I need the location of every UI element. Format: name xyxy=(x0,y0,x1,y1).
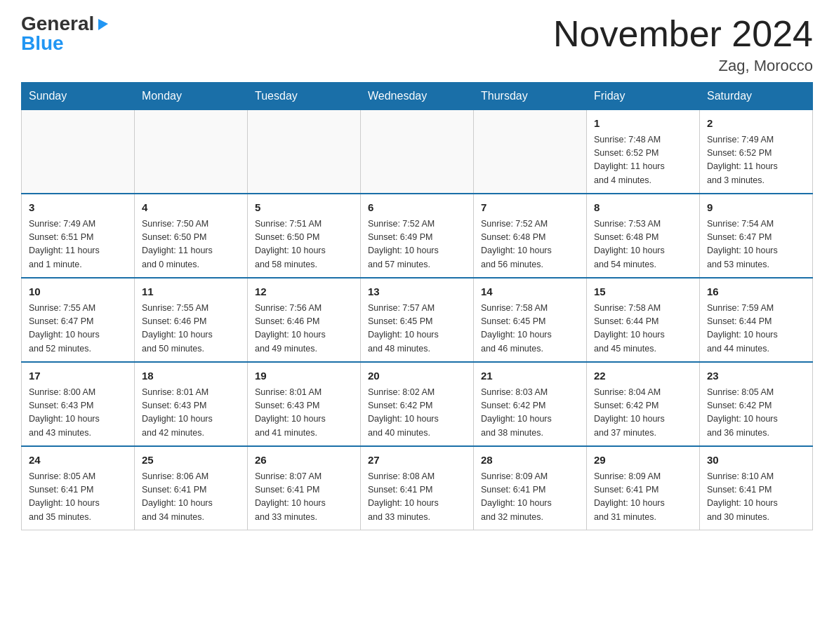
calendar-day-cell: 4Sunrise: 7:50 AM Sunset: 6:50 PM Daylig… xyxy=(135,194,248,278)
calendar-day-cell xyxy=(248,110,361,194)
day-info: Sunrise: 8:09 AM Sunset: 6:41 PM Dayligh… xyxy=(594,470,692,525)
day-number: 19 xyxy=(255,368,353,384)
calendar-day-cell: 22Sunrise: 8:04 AM Sunset: 6:42 PM Dayli… xyxy=(587,362,700,446)
day-number: 30 xyxy=(707,452,805,469)
day-info: Sunrise: 7:52 AM Sunset: 6:49 PM Dayligh… xyxy=(368,217,466,272)
day-info: Sunrise: 8:00 AM Sunset: 6:43 PM Dayligh… xyxy=(29,386,127,441)
day-number: 18 xyxy=(142,368,240,384)
title-section: November 2024 Zag, Morocco xyxy=(553,14,813,75)
day-info: Sunrise: 8:07 AM Sunset: 6:41 PM Dayligh… xyxy=(255,470,353,525)
calendar-day-cell xyxy=(22,110,135,194)
day-number: 7 xyxy=(481,200,579,216)
day-info: Sunrise: 7:55 AM Sunset: 6:46 PM Dayligh… xyxy=(142,302,240,356)
day-info: Sunrise: 7:50 AM Sunset: 6:50 PM Dayligh… xyxy=(142,217,240,272)
calendar-day-cell: 24Sunrise: 8:05 AM Sunset: 6:41 PM Dayli… xyxy=(22,446,135,530)
day-number: 28 xyxy=(481,452,579,469)
logo-triangle-icon xyxy=(95,16,111,32)
calendar-day-cell: 8Sunrise: 7:53 AM Sunset: 6:48 PM Daylig… xyxy=(587,194,700,278)
logo: General Blue xyxy=(21,14,111,53)
calendar-day-cell xyxy=(474,110,587,194)
day-info: Sunrise: 8:09 AM Sunset: 6:41 PM Dayligh… xyxy=(481,470,579,525)
calendar-day-cell: 3Sunrise: 7:49 AM Sunset: 6:51 PM Daylig… xyxy=(22,194,135,278)
calendar-day-cell: 26Sunrise: 8:07 AM Sunset: 6:41 PM Dayli… xyxy=(248,446,361,530)
calendar-week-row: 17Sunrise: 8:00 AM Sunset: 6:43 PM Dayli… xyxy=(22,362,813,446)
day-info: Sunrise: 8:06 AM Sunset: 6:41 PM Dayligh… xyxy=(142,470,240,525)
weekday-header-friday: Friday xyxy=(587,83,700,110)
svg-marker-0 xyxy=(98,19,108,30)
calendar-day-cell: 28Sunrise: 8:09 AM Sunset: 6:41 PM Dayli… xyxy=(474,446,587,530)
day-number: 24 xyxy=(29,452,127,469)
day-info: Sunrise: 8:08 AM Sunset: 6:41 PM Dayligh… xyxy=(368,470,466,525)
page-header: General Blue November 2024 Zag, Morocco xyxy=(21,14,813,75)
day-info: Sunrise: 7:52 AM Sunset: 6:48 PM Dayligh… xyxy=(481,217,579,272)
day-number: 25 xyxy=(142,452,240,469)
calendar-day-cell xyxy=(135,110,248,194)
day-info: Sunrise: 8:05 AM Sunset: 6:41 PM Dayligh… xyxy=(29,470,127,525)
calendar-day-cell: 19Sunrise: 8:01 AM Sunset: 6:43 PM Dayli… xyxy=(248,362,361,446)
day-number: 27 xyxy=(368,452,466,469)
day-number: 3 xyxy=(29,200,127,216)
day-number: 4 xyxy=(142,200,240,216)
day-info: Sunrise: 8:04 AM Sunset: 6:42 PM Dayligh… xyxy=(594,386,692,441)
day-number: 2 xyxy=(707,116,805,132)
weekday-header-monday: Monday xyxy=(135,83,248,110)
calendar-week-row: 10Sunrise: 7:55 AM Sunset: 6:47 PM Dayli… xyxy=(22,278,813,362)
day-info: Sunrise: 8:01 AM Sunset: 6:43 PM Dayligh… xyxy=(142,386,240,441)
calendar-day-cell: 11Sunrise: 7:55 AM Sunset: 6:46 PM Dayli… xyxy=(135,278,248,362)
day-number: 6 xyxy=(368,200,466,216)
day-info: Sunrise: 7:58 AM Sunset: 6:45 PM Dayligh… xyxy=(481,302,579,356)
calendar-week-row: 3Sunrise: 7:49 AM Sunset: 6:51 PM Daylig… xyxy=(22,194,813,278)
weekday-header-thursday: Thursday xyxy=(474,83,587,110)
day-info: Sunrise: 8:10 AM Sunset: 6:41 PM Dayligh… xyxy=(707,470,805,525)
day-info: Sunrise: 7:49 AM Sunset: 6:51 PM Dayligh… xyxy=(29,217,127,272)
day-info: Sunrise: 7:54 AM Sunset: 6:47 PM Dayligh… xyxy=(707,217,805,272)
day-number: 14 xyxy=(481,284,579,300)
weekday-header-row: SundayMondayTuesdayWednesdayThursdayFrid… xyxy=(22,83,813,110)
calendar-day-cell: 14Sunrise: 7:58 AM Sunset: 6:45 PM Dayli… xyxy=(474,278,587,362)
calendar-day-cell: 6Sunrise: 7:52 AM Sunset: 6:49 PM Daylig… xyxy=(361,194,474,278)
calendar-day-cell: 5Sunrise: 7:51 AM Sunset: 6:50 PM Daylig… xyxy=(248,194,361,278)
calendar-day-cell xyxy=(361,110,474,194)
logo-blue: Blue xyxy=(21,34,64,53)
calendar-day-cell: 21Sunrise: 8:03 AM Sunset: 6:42 PM Dayli… xyxy=(474,362,587,446)
calendar-day-cell: 25Sunrise: 8:06 AM Sunset: 6:41 PM Dayli… xyxy=(135,446,248,530)
calendar-week-row: 1Sunrise: 7:48 AM Sunset: 6:52 PM Daylig… xyxy=(22,110,813,194)
day-info: Sunrise: 8:01 AM Sunset: 6:43 PM Dayligh… xyxy=(255,386,353,441)
day-info: Sunrise: 7:57 AM Sunset: 6:45 PM Dayligh… xyxy=(368,302,466,356)
day-number: 17 xyxy=(29,368,127,384)
calendar-week-row: 24Sunrise: 8:05 AM Sunset: 6:41 PM Dayli… xyxy=(22,446,813,530)
day-info: Sunrise: 8:03 AM Sunset: 6:42 PM Dayligh… xyxy=(481,386,579,441)
weekday-header-tuesday: Tuesday xyxy=(248,83,361,110)
calendar-day-cell: 2Sunrise: 7:49 AM Sunset: 6:52 PM Daylig… xyxy=(700,110,813,194)
day-number: 12 xyxy=(255,284,353,300)
day-info: Sunrise: 7:58 AM Sunset: 6:44 PM Dayligh… xyxy=(594,302,692,356)
month-title: November 2024 xyxy=(553,14,813,54)
day-info: Sunrise: 7:53 AM Sunset: 6:48 PM Dayligh… xyxy=(594,217,692,272)
calendar-day-cell: 16Sunrise: 7:59 AM Sunset: 6:44 PM Dayli… xyxy=(700,278,813,362)
calendar-day-cell: 27Sunrise: 8:08 AM Sunset: 6:41 PM Dayli… xyxy=(361,446,474,530)
weekday-header-saturday: Saturday xyxy=(700,83,813,110)
location: Zag, Morocco xyxy=(553,57,813,75)
day-info: Sunrise: 7:48 AM Sunset: 6:52 PM Dayligh… xyxy=(594,133,692,188)
calendar-day-cell: 29Sunrise: 8:09 AM Sunset: 6:41 PM Dayli… xyxy=(587,446,700,530)
weekday-header-wednesday: Wednesday xyxy=(361,83,474,110)
calendar-day-cell: 23Sunrise: 8:05 AM Sunset: 6:42 PM Dayli… xyxy=(700,362,813,446)
calendar-day-cell: 13Sunrise: 7:57 AM Sunset: 6:45 PM Dayli… xyxy=(361,278,474,362)
day-info: Sunrise: 7:49 AM Sunset: 6:52 PM Dayligh… xyxy=(707,133,805,188)
day-number: 13 xyxy=(368,284,466,300)
calendar-day-cell: 12Sunrise: 7:56 AM Sunset: 6:46 PM Dayli… xyxy=(248,278,361,362)
logo-general: General xyxy=(21,14,94,34)
calendar-day-cell: 1Sunrise: 7:48 AM Sunset: 6:52 PM Daylig… xyxy=(587,110,700,194)
calendar-day-cell: 9Sunrise: 7:54 AM Sunset: 6:47 PM Daylig… xyxy=(700,194,813,278)
day-number: 20 xyxy=(368,368,466,384)
day-number: 29 xyxy=(594,452,692,469)
day-number: 16 xyxy=(707,284,805,300)
day-info: Sunrise: 8:02 AM Sunset: 6:42 PM Dayligh… xyxy=(368,386,466,441)
day-number: 15 xyxy=(594,284,692,300)
weekday-header-sunday: Sunday xyxy=(22,83,135,110)
day-info: Sunrise: 7:59 AM Sunset: 6:44 PM Dayligh… xyxy=(707,302,805,356)
day-number: 5 xyxy=(255,200,353,216)
calendar-day-cell: 17Sunrise: 8:00 AM Sunset: 6:43 PM Dayli… xyxy=(22,362,135,446)
day-number: 23 xyxy=(707,368,805,384)
day-info: Sunrise: 8:05 AM Sunset: 6:42 PM Dayligh… xyxy=(707,386,805,441)
